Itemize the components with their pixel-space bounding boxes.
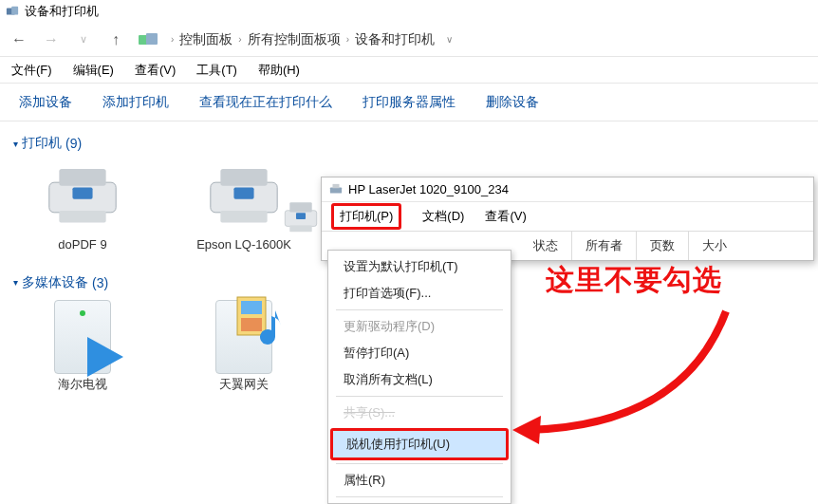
breadcrumb-mid[interactable]: 所有控制面板项 <box>248 31 341 48</box>
devices-icon <box>6 5 19 18</box>
device-item[interactable]: 天翼网关 <box>192 299 296 393</box>
section-printers-count: (9) <box>65 136 82 151</box>
highlight-box: 脱机使用打印机(U) <box>330 428 509 460</box>
device-label: doPDF 9 <box>58 237 106 253</box>
printer-context-menu: 设置为默认打印机(T) 打印首选项(F)... 更新驱动程序(D) 暂停打印(A… <box>327 250 511 504</box>
printer-icon <box>40 159 125 235</box>
section-printers-label: 打印机 <box>22 135 62 152</box>
separator <box>336 463 503 464</box>
svg-rect-19 <box>289 226 311 233</box>
popup-menu-printer[interactable]: 打印机(P) <box>331 203 401 230</box>
section-multimedia-label: 多媒体设备 <box>22 274 88 291</box>
section-multimedia-count: (3) <box>92 275 108 290</box>
annotation-arrow <box>512 302 740 444</box>
media-device-icon <box>201 299 287 375</box>
breadcrumb-root[interactable]: 控制面板 <box>179 31 232 48</box>
window-title: 设备和打印机 <box>25 3 99 20</box>
separator <box>336 396 503 397</box>
menubar: 文件(F) 编辑(E) 查看(V) 工具(T) 帮助(H) <box>0 57 818 84</box>
separator <box>336 309 503 310</box>
breadcrumb-leaf[interactable]: 设备和打印机 <box>355 31 435 48</box>
popup-menu-view[interactable]: 查看(V) <box>485 208 526 225</box>
popup-menu-document[interactable]: 文档(D) <box>422 208 464 225</box>
svg-rect-6 <box>72 187 92 198</box>
breadcrumb-icon <box>139 32 158 47</box>
menu-share[interactable]: 共享(S)... <box>330 400 509 426</box>
annotation-text: 这里不要勾选 <box>546 261 722 300</box>
remove-device-button[interactable]: 删除设备 <box>486 94 539 111</box>
breadcrumb[interactable]: › 控制面板 › 所有控制面板项 › 设备和打印机 ∨ <box>171 31 453 48</box>
device-item[interactable]: 海尔电视 <box>30 299 135 393</box>
menu-view[interactable]: 查看(V) <box>135 62 176 79</box>
media-device-icon <box>40 299 125 375</box>
menu-pause-printing[interactable]: 暂停打印(A) <box>330 340 509 366</box>
printer-icon <box>201 159 287 235</box>
printer-icon <box>329 183 343 196</box>
up-button[interactable]: ↑ <box>106 31 125 48</box>
menu-update-driver[interactable]: 更新驱动程序(D) <box>330 313 509 340</box>
svg-rect-5 <box>59 169 105 186</box>
menu-tools[interactable]: 工具(T) <box>196 62 237 79</box>
recent-dropdown[interactable]: ∨ <box>74 33 93 46</box>
menu-edit[interactable]: 编辑(E) <box>73 62 114 79</box>
chevron-right-icon: › <box>346 34 349 45</box>
menu-set-default[interactable]: 设置为默认打印机(T) <box>330 253 509 280</box>
music-note-icon <box>258 307 287 354</box>
printer-icon <box>281 199 321 243</box>
separator <box>336 496 503 497</box>
forward-button[interactable]: → <box>42 31 61 48</box>
svg-marker-12 <box>87 337 123 377</box>
menu-printing-preferences[interactable]: 打印首选项(F)... <box>330 280 509 307</box>
menu-use-printer-offline[interactable]: 脱机使用打印机(U) <box>333 431 506 457</box>
col-size[interactable]: 大小 <box>688 232 740 260</box>
add-printer-button[interactable]: 添加打印机 <box>102 94 169 111</box>
popup-titlebar[interactable]: HP LaserJet 1020_9100_234 <box>322 177 813 202</box>
svg-rect-18 <box>296 213 306 219</box>
svg-rect-21 <box>333 183 340 187</box>
svg-rect-20 <box>330 187 342 193</box>
col-owner[interactable]: 所有者 <box>571 232 636 260</box>
col-status[interactable]: 状态 <box>520 232 571 260</box>
print-queue-window: HP LaserJet 1020_9100_234 打印机(P) 文档(D) 查… <box>321 177 814 261</box>
chevron-down-icon: ▾ <box>13 139 18 149</box>
popup-menubar: 打印机(P) 文档(D) 查看(V) <box>322 202 813 231</box>
menu-cancel-all-documents[interactable]: 取消所有文档(L) <box>330 366 509 393</box>
svg-rect-7 <box>59 211 105 222</box>
menu-properties[interactable]: 属性(R) <box>330 467 509 494</box>
section-printers[interactable]: ▾ 打印机 (9) <box>13 135 805 152</box>
chevron-right-icon: › <box>238 34 241 45</box>
titlebar: 设备和打印机 <box>0 0 818 23</box>
svg-rect-17 <box>289 202 311 212</box>
chevron-right-icon: › <box>171 34 174 45</box>
device-label: 天翼网关 <box>219 377 269 393</box>
menu-file[interactable]: 文件(F) <box>11 62 52 79</box>
play-icon <box>82 333 129 381</box>
navbar: ← → ∨ ↑ › 控制面板 › 所有控制面板项 › 设备和打印机 ∨ <box>0 23 818 57</box>
see-whats-printing-button[interactable]: 查看现在正在打印什么 <box>199 94 332 111</box>
svg-marker-22 <box>512 416 541 444</box>
svg-rect-1 <box>11 7 18 15</box>
device-item[interactable]: doPDF 9 <box>30 159 135 253</box>
menu-help[interactable]: 帮助(H) <box>258 62 300 79</box>
print-server-properties-button[interactable]: 打印服务器属性 <box>363 94 455 111</box>
popup-title: HP LaserJet 1020_9100_234 <box>348 182 509 196</box>
toolbar: 添加设备 添加打印机 查看现在正在打印什么 打印服务器属性 删除设备 <box>0 84 818 121</box>
svg-rect-10 <box>233 187 253 198</box>
back-button[interactable]: ← <box>9 31 28 48</box>
svg-rect-11 <box>220 211 267 222</box>
col-pages[interactable]: 页数 <box>636 232 688 260</box>
svg-rect-9 <box>220 169 267 186</box>
add-device-button[interactable]: 添加设备 <box>19 94 72 111</box>
svg-rect-3 <box>146 33 158 45</box>
chevron-down-icon: ▾ <box>13 277 18 288</box>
chevron-down-icon[interactable]: ∨ <box>446 34 453 45</box>
device-label: Epson LQ-1600K <box>196 237 291 253</box>
